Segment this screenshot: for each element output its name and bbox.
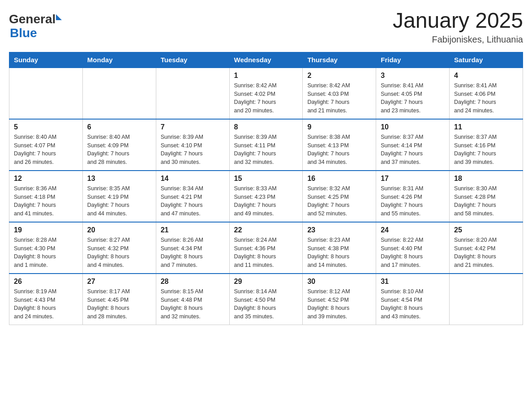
calendar-cell-w4-d2: 21Sunrise: 8:26 AMSunset: 4:34 PMDayligh… (156, 222, 229, 274)
logo-triangle-icon (56, 14, 62, 20)
day-info: Sunrise: 8:15 AMSunset: 4:48 PMDaylight:… (161, 287, 225, 321)
calendar-cell-w4-d1: 20Sunrise: 8:27 AMSunset: 4:32 PMDayligh… (82, 222, 156, 274)
day-number: 16 (307, 175, 371, 183)
month-title: January 2025 (393, 9, 523, 33)
day-number: 21 (161, 226, 225, 234)
day-number: 2 (307, 72, 371, 80)
calendar-cell-w1-d5: 3Sunrise: 8:41 AMSunset: 4:05 PMDaylight… (376, 68, 450, 119)
day-number: 13 (87, 175, 151, 183)
calendar-cell-w1-d0 (9, 68, 83, 119)
calendar-cell-w5-d4: 30Sunrise: 8:12 AMSunset: 4:52 PMDayligh… (303, 274, 376, 325)
day-info: Sunrise: 8:40 AMSunset: 4:09 PMDaylight:… (87, 133, 151, 167)
day-number: 30 (307, 278, 371, 286)
calendar-cell-w4-d3: 22Sunrise: 8:24 AMSunset: 4:36 PMDayligh… (229, 222, 303, 274)
day-info: Sunrise: 8:37 AMSunset: 4:14 PMDaylight:… (381, 133, 445, 167)
day-info: Sunrise: 8:38 AMSunset: 4:13 PMDaylight:… (307, 133, 371, 167)
calendar-cell-w4-d5: 24Sunrise: 8:22 AMSunset: 4:40 PMDayligh… (376, 222, 450, 274)
day-info: Sunrise: 8:37 AMSunset: 4:16 PMDaylight:… (454, 133, 518, 167)
day-number: 4 (454, 72, 518, 80)
day-number: 12 (14, 175, 78, 183)
day-number: 27 (87, 278, 151, 286)
calendar-cell-w2-d1: 6Sunrise: 8:40 AMSunset: 4:09 PMDaylight… (82, 119, 156, 171)
day-info: Sunrise: 8:22 AMSunset: 4:40 PMDaylight:… (381, 236, 445, 270)
calendar-cell-w1-d4: 2Sunrise: 8:42 AMSunset: 4:03 PMDaylight… (303, 68, 376, 119)
day-number: 10 (381, 123, 445, 131)
day-info: Sunrise: 8:20 AMSunset: 4:42 PMDaylight:… (454, 236, 518, 270)
calendar-cell-w5-d3: 29Sunrise: 8:14 AMSunset: 4:50 PMDayligh… (229, 274, 303, 325)
calendar-cell-w5-d2: 28Sunrise: 8:15 AMSunset: 4:48 PMDayligh… (156, 274, 229, 325)
day-info: Sunrise: 8:30 AMSunset: 4:28 PMDaylight:… (454, 184, 518, 218)
day-info: Sunrise: 8:17 AMSunset: 4:45 PMDaylight:… (87, 287, 151, 321)
calendar-cell-w2-d3: 8Sunrise: 8:39 AMSunset: 4:11 PMDaylight… (229, 119, 303, 171)
calendar-cell-w5-d0: 26Sunrise: 8:19 AMSunset: 4:43 PMDayligh… (9, 274, 83, 325)
day-info: Sunrise: 8:27 AMSunset: 4:32 PMDaylight:… (87, 236, 151, 270)
day-info: Sunrise: 8:19 AMSunset: 4:43 PMDaylight:… (14, 287, 78, 321)
day-number: 22 (234, 226, 298, 234)
day-info: Sunrise: 8:39 AMSunset: 4:10 PMDaylight:… (161, 133, 225, 167)
day-info: Sunrise: 8:41 AMSunset: 4:06 PMDaylight:… (454, 81, 518, 115)
day-number: 8 (234, 123, 298, 131)
calendar-header-row: Sunday Monday Tuesday Wednesday Thursday… (9, 52, 523, 68)
day-info: Sunrise: 8:42 AMSunset: 4:03 PMDaylight:… (307, 81, 371, 115)
day-number: 9 (307, 123, 371, 131)
week-row-4: 19Sunrise: 8:28 AMSunset: 4:30 PMDayligh… (9, 222, 523, 274)
calendar-table: Sunday Monday Tuesday Wednesday Thursday… (9, 52, 523, 325)
day-number: 24 (381, 226, 445, 234)
calendar-cell-w2-d4: 9Sunrise: 8:38 AMSunset: 4:13 PMDaylight… (303, 119, 376, 171)
calendar-cell-w3-d2: 14Sunrise: 8:34 AMSunset: 4:21 PMDayligh… (156, 171, 229, 222)
col-thursday: Thursday (303, 52, 376, 68)
calendar-cell-w3-d0: 12Sunrise: 8:36 AMSunset: 4:18 PMDayligh… (9, 171, 83, 222)
calendar-cell-w1-d1 (82, 68, 156, 119)
calendar-cell-w2-d0: 5Sunrise: 8:40 AMSunset: 4:07 PMDaylight… (9, 119, 83, 171)
day-info: Sunrise: 8:41 AMSunset: 4:05 PMDaylight:… (381, 81, 445, 115)
day-number: 11 (454, 123, 518, 131)
logo-blue: Blue (10, 26, 37, 40)
calendar-cell-w3-d6: 18Sunrise: 8:30 AMSunset: 4:28 PMDayligh… (450, 171, 523, 222)
col-monday: Monday (82, 52, 156, 68)
day-info: Sunrise: 8:36 AMSunset: 4:18 PMDaylight:… (14, 184, 78, 218)
calendar-cell-w3-d3: 15Sunrise: 8:33 AMSunset: 4:23 PMDayligh… (229, 171, 303, 222)
day-number: 3 (381, 72, 445, 80)
day-info: Sunrise: 8:40 AMSunset: 4:07 PMDaylight:… (14, 133, 78, 167)
day-number: 26 (14, 278, 78, 286)
page-header: General Blue January 2025 Fabijoniskes, … (9, 9, 523, 45)
day-info: Sunrise: 8:26 AMSunset: 4:34 PMDaylight:… (161, 236, 225, 270)
calendar-cell-w5-d1: 27Sunrise: 8:17 AMSunset: 4:45 PMDayligh… (82, 274, 156, 325)
calendar-cell-w1-d2 (156, 68, 229, 119)
title-area: January 2025 Fabijoniskes, Lithuania (393, 9, 523, 45)
day-number: 15 (234, 175, 298, 183)
col-friday: Friday (376, 52, 450, 68)
calendar-cell-w1-d3: 1Sunrise: 8:42 AMSunset: 4:02 PMDaylight… (229, 68, 303, 119)
calendar-cell-w2-d5: 10Sunrise: 8:37 AMSunset: 4:14 PMDayligh… (376, 119, 450, 171)
day-number: 17 (381, 175, 445, 183)
day-number: 31 (381, 278, 445, 286)
calendar-cell-w3-d1: 13Sunrise: 8:35 AMSunset: 4:19 PMDayligh… (82, 171, 156, 222)
day-number: 25 (454, 226, 518, 234)
col-tuesday: Tuesday (156, 52, 229, 68)
day-info: Sunrise: 8:31 AMSunset: 4:26 PMDaylight:… (381, 184, 445, 218)
calendar-cell-w3-d4: 16Sunrise: 8:32 AMSunset: 4:25 PMDayligh… (303, 171, 376, 222)
day-info: Sunrise: 8:14 AMSunset: 4:50 PMDaylight:… (234, 287, 298, 321)
col-sunday: Sunday (9, 52, 83, 68)
week-row-2: 5Sunrise: 8:40 AMSunset: 4:07 PMDaylight… (9, 119, 523, 171)
calendar-cell-w3-d5: 17Sunrise: 8:31 AMSunset: 4:26 PMDayligh… (376, 171, 450, 222)
day-number: 23 (307, 226, 371, 234)
week-row-5: 26Sunrise: 8:19 AMSunset: 4:43 PMDayligh… (9, 274, 523, 325)
day-number: 28 (161, 278, 225, 286)
calendar-cell-w5-d6 (450, 274, 523, 325)
calendar-cell-w2-d6: 11Sunrise: 8:37 AMSunset: 4:16 PMDayligh… (450, 119, 523, 171)
day-number: 5 (14, 123, 78, 131)
calendar-cell-w4-d0: 19Sunrise: 8:28 AMSunset: 4:30 PMDayligh… (9, 222, 83, 274)
day-info: Sunrise: 8:10 AMSunset: 4:54 PMDaylight:… (381, 287, 445, 321)
day-info: Sunrise: 8:34 AMSunset: 4:21 PMDaylight:… (161, 184, 225, 218)
logo-general: General (9, 12, 56, 26)
day-info: Sunrise: 8:23 AMSunset: 4:38 PMDaylight:… (307, 236, 371, 270)
calendar-cell-w1-d6: 4Sunrise: 8:41 AMSunset: 4:06 PMDaylight… (450, 68, 523, 119)
day-number: 18 (454, 175, 518, 183)
day-number: 1 (234, 72, 298, 80)
calendar-cell-w4-d6: 25Sunrise: 8:20 AMSunset: 4:42 PMDayligh… (450, 222, 523, 274)
day-number: 20 (87, 226, 151, 234)
day-info: Sunrise: 8:32 AMSunset: 4:25 PMDaylight:… (307, 184, 371, 218)
day-info: Sunrise: 8:35 AMSunset: 4:19 PMDaylight:… (87, 184, 151, 218)
day-info: Sunrise: 8:12 AMSunset: 4:52 PMDaylight:… (307, 287, 371, 321)
